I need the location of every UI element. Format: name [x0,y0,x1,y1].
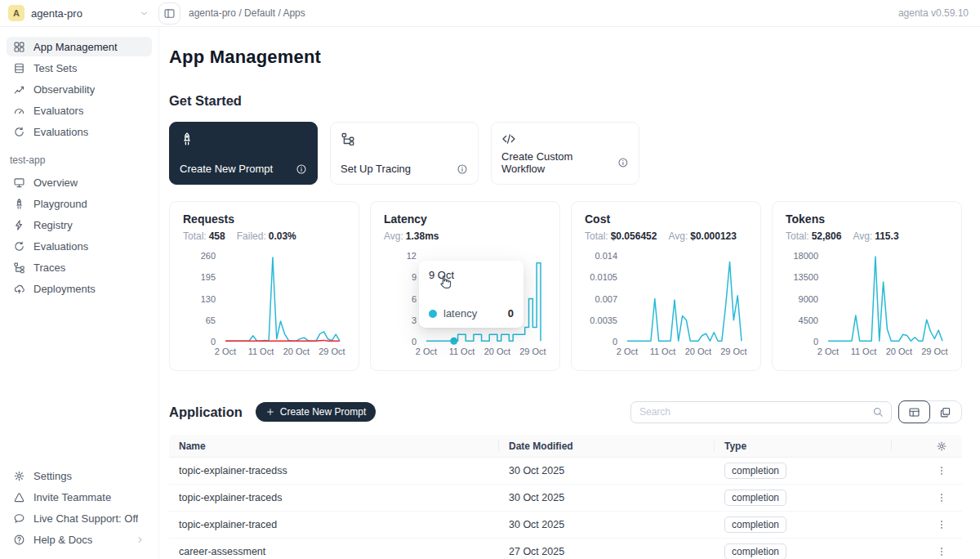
column-header-name[interactable]: Name [169,435,499,457]
lightning-icon [13,219,25,231]
y-tick-label: 6 [412,295,416,304]
search-input[interactable] [631,406,872,418]
x-tick-label: 11 Oct [851,347,877,356]
sidebar-item-settings[interactable]: Settings [7,466,152,485]
sidebar-item-registry[interactable]: Registry [7,215,152,235]
chart-plot[interactable]: 2 Oct11 Oct20 Oct29 Oct [627,256,742,342]
app-screen: A agenta-pro agenta-pro / Default / Apps… [0,0,980,559]
info-icon[interactable] [457,163,468,175]
chart-stat: Failed:0.03% [237,230,296,243]
workspace-selector[interactable]: A agenta-pro [0,0,159,26]
sidebar-item-label: Evaluations [33,240,88,253]
sidebar-nav: App ManagementTest SetsObservabilityEval… [7,37,152,300]
sidebar-item-evaluations[interactable]: Evaluations [7,122,152,141]
cell-actions [892,458,962,484]
more-vertical-icon[interactable] [936,519,947,530]
breadcrumb[interactable]: agenta-pro / Default / Apps [189,7,305,19]
y-tick-label: 130 [201,295,216,304]
rocket-icon [13,198,25,210]
sidebar-item-invite-teammate[interactable]: Invite Teammate [7,487,152,507]
more-vertical-icon[interactable] [936,465,947,476]
sidebar-item-evaluations[interactable]: Evaluations [7,236,152,256]
get-started-card-create-new-prompt[interactable]: Create New Prompt [169,122,318,185]
sidebar-item-test-sets[interactable]: Test Sets [7,58,152,78]
type-badge: completion [724,543,786,559]
sidebar-item-evaluators[interactable]: Evaluators [7,101,152,120]
table-row-topic-explainer-traceds[interactable]: topic-explainer-traceds30 Oct 2025comple… [169,485,962,512]
type-badge: completion [724,463,786,479]
cloud-up-icon [13,283,25,295]
stat-value: $0.000123 [690,230,737,242]
get-started-cards: Create New PromptSet Up TracingCreate Cu… [169,122,962,185]
sidebar-item-label: Test Sets [33,62,77,74]
y-tick-label: 0 [612,338,617,347]
stat-label: Total: [183,230,207,242]
x-tick-label: 20 Oct [283,347,310,356]
sidebar-item-help-docs[interactable]: Help & Docs [7,530,152,549]
info-icon[interactable] [617,157,629,168]
x-tick-label: 2 Oct [416,347,437,356]
create-new-prompt-button[interactable]: Create New Prompt [256,402,376,422]
chart-plot[interactable]: 2 Oct11 Oct20 Oct29 Oct [828,256,942,342]
sidebar-item-label: Settings [33,470,72,482]
table-row-career-assessment[interactable]: career-assessment27 Oct 2025completion [169,539,962,559]
gear-icon[interactable] [936,440,947,452]
stat-label: Avg: [853,230,872,242]
tooltip-series-label: latency [443,307,477,320]
card-view-icon [939,406,951,418]
cell-type: completion [715,512,892,538]
x-tick-label: 2 Oct [817,347,839,356]
sidebar-item-app-management[interactable]: App Management [7,37,152,56]
more-vertical-icon[interactable] [936,492,947,503]
chevron-down-icon [139,8,149,19]
search-icon[interactable] [872,406,884,418]
application-header: Application Create New Prompt [169,400,962,423]
sidebar-item-live-chat-support-off[interactable]: Live Chat Support: Off [7,508,152,528]
chart-stat: Avg:$0.000123 [668,230,737,243]
monitor-icon [13,177,25,189]
cell-actions [892,539,962,559]
series-line-requests [225,257,340,341]
stat-value: 0.03% [269,230,296,242]
chart-plot[interactable]: 2 Oct11 Oct20 Oct29 Oct [225,256,340,342]
refresh-icon [13,240,25,253]
series-dot [429,310,437,318]
sidebar-item-playground[interactable]: Playground [7,194,152,213]
chart-stats: Total:458Failed:0.03% [183,230,345,243]
rocket-icon [180,132,194,146]
x-tick-label: 11 Oct [248,347,274,356]
y-axis: 0.0140.01050.0070.00350 [585,256,622,342]
sidebar-item-traces[interactable]: Traces [7,257,152,277]
chart-stats: Total:$0.056452Avg:$0.000123 [585,230,747,243]
chart-body: 2601951306502 Oct11 Oct20 Oct29 Oct [183,256,345,342]
chart-card-tokens: TokensTotal:52,806Avg:115.31800013500900… [772,201,962,371]
more-vertical-icon[interactable] [936,546,947,557]
table-row-topic-explainer-traced[interactable]: topic-explainer-traced30 Oct 2025complet… [169,512,962,539]
sidebar-item-observability[interactable]: Observability [7,79,152,99]
y-tick-label: 0 [211,338,216,347]
y-tick-label: 4500 [799,316,818,325]
column-header-type[interactable]: Type [715,435,892,457]
stat-label: Total: [786,230,809,242]
sidebar-item-overview[interactable]: Overview [7,172,152,192]
card-view-button[interactable] [929,401,961,423]
sidebar-item-label: Overview [33,177,78,189]
sidebar-toggle-button[interactable] [158,2,180,25]
get-started-card-create-custom-workflow[interactable]: Create Custom Workflow [491,122,639,185]
chart-tooltip: 9 Oct latency 0 [419,261,523,328]
sidebar-section-label: test-app [10,154,149,166]
column-header-date-modified[interactable]: Date Modified [499,435,715,457]
x-tick-label: 29 Oct [921,347,947,356]
sidebar-item-label: Live Chat Support: Off [33,512,138,525]
get-started-card-set-up-tracing[interactable]: Set Up Tracing [330,122,479,185]
workspace-name: agenta-pro [31,7,132,20]
triangle-icon [13,491,25,503]
table-row-topic-explainer-tracedss[interactable]: topic-explainer-tracedss30 Oct 2025compl… [169,458,962,485]
sidebar-item-deployments[interactable]: Deployments [7,279,152,298]
mouse-cursor-icon [438,275,453,290]
sidebar-item-label: Help & Docs [33,534,92,546]
info-icon[interactable] [296,163,307,175]
chart-stat: Total:458 [183,230,225,243]
chart-body: 18000135009000450002 Oct11 Oct20 Oct29 O… [786,256,948,342]
table-view-button[interactable] [898,400,930,423]
